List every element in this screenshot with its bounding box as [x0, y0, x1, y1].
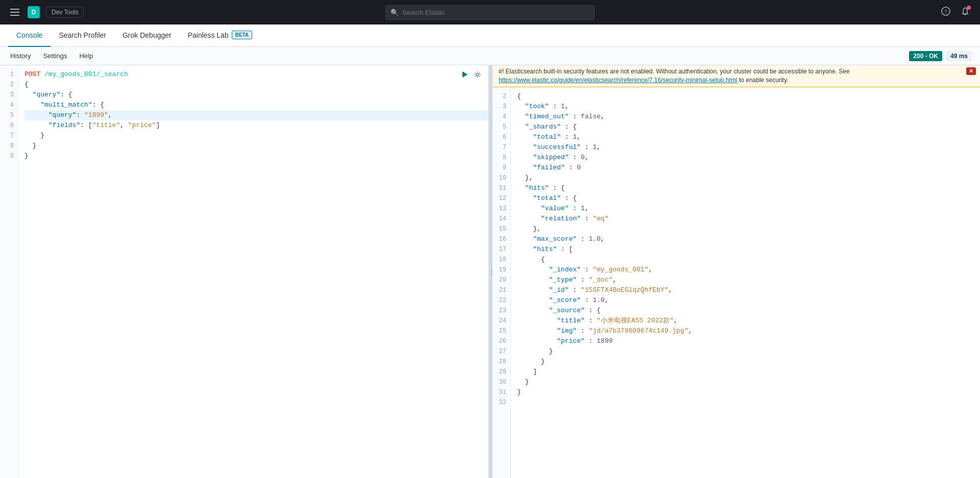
resp-line-16: "max_score" : 1.0,	[517, 234, 980, 244]
resp-line-3: "took" : 1,	[517, 102, 980, 112]
help-button[interactable]: Help	[77, 51, 95, 61]
resp-line-15: },	[517, 224, 980, 234]
editor-line-3: "query": {	[24, 90, 488, 100]
resp-line-10: },	[517, 173, 980, 183]
editor-line-4: "multi_match": {	[24, 100, 488, 110]
beta-badge: BETA	[232, 31, 252, 39]
response-line-numbers: 2 3 4 5 6 7 8 9 10 11 12 13 14 15 16 17 …	[493, 87, 511, 478]
resp-line-4: "timed_out" : false,	[517, 112, 980, 122]
response-code-area: { "took" : 1, "timed_out" : false, "_sha…	[511, 87, 980, 478]
resp-line-6: "total" : 1,	[517, 132, 980, 142]
response-pane: #! Elasticsearch built-in security featu…	[493, 65, 980, 478]
notification-dot	[967, 6, 971, 10]
resp-line-7: "successful" : 1,	[517, 142, 980, 153]
resp-line-13: "value" : 1,	[517, 204, 980, 214]
top-nav-right: ?	[939, 5, 972, 20]
editor-code-area[interactable]: POST /my_goods_001/_search { "query": { …	[18, 65, 488, 478]
resp-line-12: "total" : {	[517, 193, 980, 204]
resp-line-11: "hits" : {	[517, 183, 980, 193]
editor-line-9: }	[24, 151, 488, 161]
svg-point-3	[476, 73, 479, 76]
editor-pane: 1 2 3 4 5 6 7 8 9 POST /my_goods_001/_se…	[0, 65, 490, 478]
main-content: 1 2 3 4 5 6 7 8 9 POST /my_goods_001/_se…	[0, 65, 980, 478]
editor-content: 1 2 3 4 5 6 7 8 9 POST /my_goods_001/_se…	[0, 65, 488, 478]
svg-text:?: ?	[945, 8, 947, 14]
run-buttons	[459, 69, 482, 82]
editor-settings-button[interactable]	[473, 69, 482, 82]
editor-line-6: "fields": ["title", "price"]	[24, 120, 488, 131]
editor-toolbar: History Settings Help 200 - OK 49 ms	[0, 47, 980, 65]
editor-line-numbers: 1 2 3 4 5 6 7 8 9	[0, 65, 18, 478]
global-search-container: 🔍	[385, 5, 595, 20]
app-avatar: D	[28, 6, 40, 18]
resp-line-30: }	[517, 377, 980, 387]
resp-line-29: ]	[517, 367, 980, 377]
settings-button[interactable]: Settings	[41, 51, 69, 61]
resp-line-21: "_id" : "15SFTX4BoEGlqzQhfEbY",	[517, 285, 980, 295]
resp-line-8: "skipped" : 0,	[517, 153, 980, 163]
resp-line-9: "failed" : 0	[517, 163, 980, 173]
tab-search-profiler[interactable]: Search Profiler	[51, 24, 114, 47]
resp-line-23: "_source" : {	[517, 306, 980, 316]
run-button[interactable]	[459, 69, 470, 82]
search-icon: 🔍	[390, 9, 399, 16]
help-icon-button[interactable]: ?	[939, 5, 952, 20]
history-button[interactable]: History	[8, 51, 33, 61]
dev-tools-badge[interactable]: Dev Tools	[46, 7, 84, 18]
resp-line-31: }	[517, 387, 980, 397]
tab-painless-lab[interactable]: Painless Lab BETA	[180, 24, 261, 47]
svg-marker-2	[462, 71, 468, 78]
editor-line-5: "query": "1899",	[24, 110, 488, 120]
editor-line-2: {	[24, 80, 488, 90]
hamburger-menu-button[interactable]	[8, 7, 21, 18]
response-content: 2 3 4 5 6 7 8 9 10 11 12 13 14 15 16 17 …	[493, 87, 980, 478]
resp-line-5: "_shards" : {	[517, 122, 980, 132]
status-code-badge: 200 - OK	[909, 51, 942, 61]
resp-line-17: "hits" : [	[517, 244, 980, 255]
response-time-badge: 49 ms	[946, 51, 972, 61]
resp-line-32	[517, 397, 980, 408]
editor-line-7: }	[24, 131, 488, 141]
tab-grok-debugger[interactable]: Grok Debugger	[114, 24, 180, 47]
response-status: 200 - OK 49 ms	[909, 51, 972, 61]
resp-line-18: {	[517, 255, 980, 265]
global-search-input[interactable]	[385, 5, 595, 20]
resp-line-22: "_score" : 1.0,	[517, 295, 980, 306]
resp-line-2: {	[517, 91, 980, 102]
resp-line-19: "_index" : "my_goods_001",	[517, 265, 980, 275]
notifications-icon-button[interactable]	[959, 5, 972, 20]
resp-line-26: "price" : 1899	[517, 336, 980, 346]
top-navigation: D Dev Tools 🔍 ?	[0, 0, 980, 24]
secondary-navigation: Console Search Profiler Grok Debugger Pa…	[0, 24, 980, 47]
resp-line-27: }	[517, 346, 980, 357]
warning-text: #! Elasticsearch built-in security featu…	[499, 68, 850, 84]
warning-link[interactable]: https://www.elastic.co/guide/en/elastics…	[499, 77, 738, 84]
editor-line-1: POST /my_goods_001/_search	[24, 69, 488, 80]
resp-line-14: "relation" : "eq"	[517, 214, 980, 224]
resp-line-28: }	[517, 357, 980, 367]
resp-line-24: "title" : "小米电视EA55 2022款",	[517, 316, 980, 326]
warning-bar: #! Elasticsearch built-in security featu…	[493, 65, 980, 87]
tab-console[interactable]: Console	[8, 24, 51, 47]
resp-line-25: "img" : "jd/a7b378609674c149.jpg",	[517, 326, 980, 336]
resp-line-20: "_type" : "_doc",	[517, 275, 980, 285]
editor-line-8: }	[24, 141, 488, 151]
warning-close-button[interactable]: ✕	[966, 67, 976, 75]
